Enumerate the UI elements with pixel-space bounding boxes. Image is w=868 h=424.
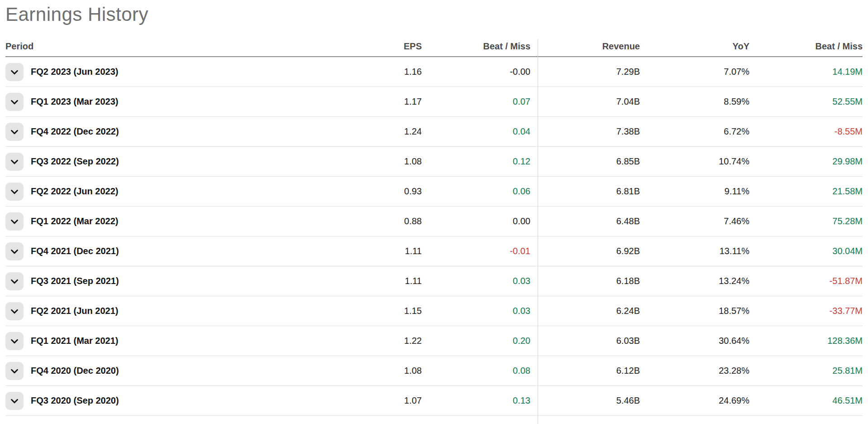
revenue-value: 6.24B [530,306,640,316]
yoy-value: 23.28% [640,366,749,376]
table-row: FQ4 2021 (Dec 2021) 1.11 -0.01 6.92B 13.… [5,236,863,266]
eps-value: 1.07 [313,395,422,406]
eps-beat-miss-value: 0.13 [422,395,530,406]
eps-beat-miss-value: 0.03 [422,276,530,286]
column-header-eps: EPS [313,42,422,51]
revenue-value: 6.03B [530,336,640,346]
table-row: FQ1 2022 (Mar 2022) 0.88 0.00 6.48B 7.46… [5,207,863,236]
chevron-down-icon [10,127,19,137]
yoy-value: 6.72% [640,126,749,137]
revenue-value: 6.81B [530,186,640,197]
expand-row-button[interactable] [5,272,24,290]
table-row: FQ3 2020 (Sep 2020) 1.07 0.13 5.46B 24.6… [5,386,863,416]
eps-beat-miss-value: 0.00 [422,216,530,226]
expand-row-button[interactable] [5,123,24,141]
chevron-down-icon [10,276,19,286]
column-header-revenue-beat-miss: Beat / Miss [749,42,863,51]
eps-beat-miss-value: 0.12 [422,156,530,167]
column-header-period: Period [5,42,313,51]
column-header-eps-beat-miss: Beat / Miss [422,42,530,51]
period-label: FQ3 2021 (Sep 2021) [31,276,119,286]
period-label: FQ1 2022 (Mar 2022) [31,216,118,226]
eps-value: 1.22 [313,336,422,346]
period-cell: FQ3 2022 (Sep 2022) [5,153,313,171]
table-row: FQ4 2020 (Dec 2020) 1.08 0.08 6.12B 23.2… [5,356,863,386]
eps-beat-miss-value: -0.00 [422,67,530,77]
period-label: FQ2 2023 (Jun 2023) [31,67,118,77]
expand-row-button[interactable] [5,332,24,350]
period-cell: FQ1 2023 (Mar 2023) [5,93,313,111]
period-cell: FQ4 2022 (Dec 2022) [5,123,313,141]
column-header-revenue: Revenue [530,42,640,51]
period-label: FQ2 2021 (Jun 2021) [31,306,118,316]
eps-beat-miss-value: 0.06 [422,186,530,197]
revenue-value: 7.29B [530,67,640,77]
eps-beat-miss-value: 0.04 [422,126,530,137]
revenue-value: 6.48B [530,216,640,226]
revenue-beat-miss-value: 14.19M [749,67,863,77]
chevron-down-icon [10,396,19,406]
revenue-beat-miss-value: -8.55M [749,126,863,137]
revenue-beat-miss-value: 25.81M [749,366,863,376]
eps-beat-miss-value: 0.07 [422,96,530,107]
expand-row-button[interactable] [5,153,24,171]
chevron-down-icon [10,157,19,167]
revenue-beat-miss-value: 75.28M [749,216,863,226]
table-header-row: Period EPS Beat / Miss Revenue YoY Beat … [5,35,863,57]
period-cell: FQ3 2020 (Sep 2020) [5,392,313,410]
yoy-value: 9.11% [640,186,749,197]
eps-value: 1.15 [313,306,422,316]
eps-value: 1.16 [313,67,422,77]
period-cell: FQ2 2022 (Jun 2022) [5,183,313,201]
period-cell: FQ4 2020 (Dec 2020) [5,362,313,380]
expand-row-button[interactable] [5,302,24,320]
page-title: Earnings History [5,0,863,25]
table-row: FQ1 2021 (Mar 2021) 1.22 0.20 6.03B 30.6… [5,326,863,356]
yoy-value: 7.46% [640,216,749,226]
period-cell: FQ2 2023 (Jun 2023) [5,63,313,81]
revenue-value: 7.04B [530,96,640,107]
yoy-value: 7.07% [640,67,749,77]
period-label: FQ3 2022 (Sep 2022) [31,156,119,167]
eps-value: 1.11 [313,246,422,256]
period-label: FQ1 2021 (Mar 2021) [31,336,118,346]
expand-row-button[interactable] [5,183,24,201]
eps-value: 1.24 [313,126,422,137]
expand-row-button[interactable] [5,212,24,231]
chevron-down-icon [10,366,19,376]
period-label: FQ1 2023 (Mar 2023) [31,96,118,107]
yoy-value: 30.64% [640,336,749,346]
expand-row-button[interactable] [5,93,24,111]
period-label: FQ3 2020 (Sep 2020) [31,395,119,406]
revenue-value: 5.46B [530,395,640,406]
period-cell: FQ1 2022 (Mar 2022) [5,212,313,231]
revenue-beat-miss-value: 29.98M [749,156,863,167]
eps-value: 1.17 [313,96,422,107]
yoy-value: 13.11% [640,246,749,256]
earnings-history-page: Earnings History Period EPS Beat / Miss … [0,0,868,424]
table-row: FQ2 2021 (Jun 2021) 1.15 0.03 6.24B 18.5… [5,296,863,326]
revenue-value: 7.38B [530,126,640,137]
yoy-value: 8.59% [640,96,749,107]
eps-beat-miss-value: 0.08 [422,366,530,376]
period-label: FQ4 2020 (Dec 2020) [31,366,119,376]
period-label: FQ2 2022 (Jun 2022) [31,186,118,197]
eps-value: 0.93 [313,186,422,197]
expand-row-button[interactable] [5,242,24,260]
table-body: FQ2 2023 (Jun 2023) 1.16 -0.00 7.29B 7.0… [5,57,863,416]
chevron-down-icon [10,217,19,226]
chevron-down-icon [10,306,19,316]
eps-value: 1.08 [313,366,422,376]
expand-row-button[interactable] [5,362,24,380]
revenue-value: 6.18B [530,276,640,286]
revenue-beat-miss-value: 46.51M [749,395,863,406]
eps-value: 1.11 [313,276,422,286]
revenue-beat-miss-value: 21.58M [749,186,863,197]
revenue-beat-miss-value: 30.04M [749,246,863,256]
chevron-down-icon [10,246,19,256]
period-cell: FQ1 2021 (Mar 2021) [5,332,313,350]
chevron-down-icon [10,336,19,346]
revenue-value: 6.85B [530,156,640,167]
expand-row-button[interactable] [5,392,24,410]
expand-row-button[interactable] [5,63,24,81]
